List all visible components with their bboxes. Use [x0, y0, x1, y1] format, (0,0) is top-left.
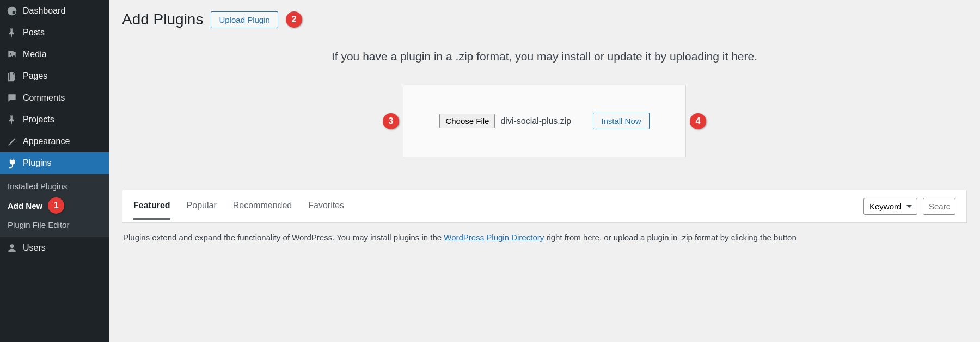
sidebar-label: Comments — [23, 93, 65, 103]
submenu-installed-plugins[interactable]: Installed Plugins — [0, 178, 109, 194]
sidebar-item-media[interactable]: Media — [0, 43, 109, 65]
sidebar-label: Projects — [23, 115, 54, 125]
sidebar-item-plugins[interactable]: Plugins — [0, 152, 109, 174]
submenu-label: Add New — [8, 201, 42, 210]
filter-tabs: Featured Popular Recommended Favorites — [133, 201, 344, 220]
annotation-badge-3: 3 — [383, 113, 399, 129]
pin-icon — [7, 27, 17, 38]
install-now-button[interactable]: Install Now — [593, 113, 649, 129]
tab-favorites[interactable]: Favorites — [308, 201, 344, 220]
annotation-badge-2: 2 — [286, 11, 302, 28]
plugin-directory-link[interactable]: WordPress Plugin Directory — [444, 233, 544, 242]
tab-popular[interactable]: Popular — [187, 201, 217, 220]
plugins-description: Plugins extend and expand the functional… — [122, 223, 967, 242]
page-title: Add Plugins — [122, 11, 203, 28]
user-icon — [7, 242, 17, 253]
description-pre: Plugins extend and expand the functional… — [123, 233, 444, 242]
choose-file-button[interactable]: Choose File — [439, 114, 495, 128]
file-input-group: Choose File divi-social-plus.zip — [439, 114, 571, 128]
main-content: Add Plugins Upload Plugin 2 If you have … — [109, 0, 980, 342]
page-header: Add Plugins Upload Plugin 2 — [122, 11, 967, 28]
sidebar-item-projects[interactable]: Projects — [0, 109, 109, 130]
sidebar-item-users[interactable]: Users — [0, 237, 109, 259]
annotation-badge-1: 1 — [48, 197, 64, 214]
sidebar-label: Pages — [23, 71, 47, 81]
sidebar-item-comments[interactable]: Comments — [0, 87, 109, 109]
search-input[interactable] — [923, 198, 955, 215]
plugins-submenu: Installed Plugins Add New 1 Plugin File … — [0, 174, 109, 237]
submenu-add-new[interactable]: Add New 1 — [0, 194, 109, 217]
submenu-plugin-file-editor[interactable]: Plugin File Editor — [0, 217, 109, 233]
submenu-label: Plugin File Editor — [8, 220, 69, 229]
sidebar-label: Users — [23, 243, 46, 253]
sidebar-label: Plugins — [23, 158, 51, 168]
upload-instruction-text: If you have a plugin in a .zip format, y… — [122, 50, 967, 63]
sidebar-label: Appearance — [23, 136, 70, 146]
pages-icon — [7, 71, 17, 82]
sidebar-item-appearance[interactable]: Appearance — [0, 130, 109, 152]
tab-recommended[interactable]: Recommended — [233, 201, 292, 220]
filter-right-controls: Keyword — [863, 198, 955, 222]
annotation-badge-4: 4 — [690, 113, 706, 129]
plug-icon — [7, 158, 17, 169]
sidebar-label: Posts — [23, 28, 45, 38]
sidebar-item-pages[interactable]: Pages — [0, 65, 109, 87]
keyword-select[interactable]: Keyword — [863, 198, 917, 215]
pin-icon — [7, 114, 17, 125]
filter-bar: Featured Popular Recommended Favorites K… — [122, 190, 967, 223]
selected-file-name: divi-social-plus.zip — [500, 116, 571, 126]
submenu-label: Installed Plugins — [8, 182, 67, 191]
upload-box: 3 Choose File divi-social-plus.zip Insta… — [403, 85, 686, 157]
upload-plugin-button[interactable]: Upload Plugin — [211, 11, 278, 28]
comment-icon — [7, 92, 17, 103]
admin-sidebar: Dashboard Posts Media Pages Comments Pro… — [0, 0, 109, 342]
sidebar-label: Media — [23, 49, 47, 59]
dashboard-icon — [7, 5, 17, 16]
sidebar-item-dashboard[interactable]: Dashboard — [0, 0, 109, 22]
sidebar-label: Dashboard — [23, 6, 65, 16]
description-post: right from here, or upload a plugin in .… — [544, 233, 797, 242]
media-icon — [7, 49, 17, 60]
sidebar-item-posts[interactable]: Posts — [0, 22, 109, 43]
brush-icon — [7, 136, 17, 147]
tab-featured[interactable]: Featured — [133, 201, 170, 220]
